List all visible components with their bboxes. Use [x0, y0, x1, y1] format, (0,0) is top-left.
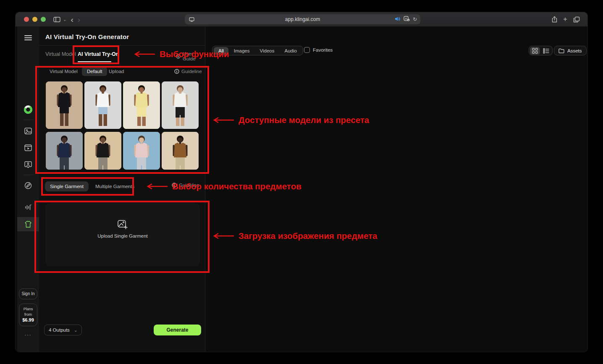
info-icon: [174, 69, 179, 74]
user-guide-link[interactable]: User Guide: [176, 51, 205, 61]
filter-images[interactable]: Images: [229, 47, 254, 55]
active-tab-underline: [78, 61, 111, 62]
info-icon: [176, 54, 181, 59]
grid-view-icon[interactable]: [530, 47, 540, 55]
sidebar-item-audio[interactable]: [17, 200, 39, 215]
outputs-label: 4 Outputs: [49, 327, 70, 333]
model-photo: [162, 81, 199, 129]
close-window-button[interactable]: [24, 17, 29, 22]
generate-button[interactable]: Generate: [154, 325, 201, 335]
assets-label: Assets: [567, 48, 582, 53]
tabs-overview-icon[interactable]: [573, 16, 580, 23]
model-photo: [46, 81, 83, 129]
model-preset-card[interactable]: [123, 81, 160, 129]
model-photo: [123, 132, 160, 170]
model-preset-card[interactable]: [162, 81, 199, 129]
filter-audio[interactable]: Audio: [280, 47, 301, 55]
folder-icon: [558, 48, 564, 53]
plans-line: Plans: [19, 306, 37, 312]
model-photo: [84, 81, 121, 129]
desktop-background: ⌄ ‹ › app.klingai.com Ax ↻: [0, 0, 603, 364]
tab-virtual-model[interactable]: Virtual Model: [45, 51, 76, 57]
svg-text:A: A: [405, 17, 407, 21]
list-view-icon[interactable]: [541, 47, 551, 55]
sidebar-item-digital-human[interactable]: [17, 157, 39, 172]
favorites-filter[interactable]: Favorites: [304, 47, 333, 53]
model-photo: [84, 132, 121, 170]
kling-logo-icon[interactable]: [17, 102, 39, 117]
model-preset-card[interactable]: [84, 132, 121, 170]
user-guide-label: User Guide: [183, 51, 205, 61]
app-sidebar: Sign In Plans from $6.99 ...: [17, 26, 39, 352]
single-garment-button[interactable]: Single Garment: [45, 181, 89, 191]
menu-icon[interactable]: [17, 31, 39, 45]
address-bar[interactable]: app.klingai.com Ax ↻: [185, 14, 420, 24]
share-icon[interactable]: [552, 16, 557, 23]
tab-ai-virtual-try-on[interactable]: AI Virtual Try-On: [78, 51, 119, 57]
upload-garment-label: Upload Single Garment: [97, 233, 148, 238]
guideline-link[interactable]: Guideline: [174, 69, 202, 74]
model-preset-card[interactable]: [46, 81, 83, 129]
model-preset-card[interactable]: [123, 132, 160, 170]
model-photo: [46, 132, 83, 170]
multiple-garments-button[interactable]: Multiple Garments: [94, 181, 136, 191]
model-preset-card[interactable]: [84, 81, 121, 129]
outputs-dropdown[interactable]: 4 Outputs ⌄: [44, 325, 82, 335]
plans-button[interactable]: Plans from $6.99: [19, 304, 37, 326]
safari-window: ⌄ ‹ › app.klingai.com Ax ↻: [15, 12, 588, 352]
more-button[interactable]: ...: [17, 330, 39, 337]
favorites-checkbox[interactable]: [304, 47, 310, 53]
minimize-window-button[interactable]: [32, 17, 37, 22]
plans-line: from: [19, 312, 37, 317]
source-tab-default[interactable]: Default: [82, 67, 107, 76]
audio-mute-icon[interactable]: [395, 16, 401, 23]
forward-icon[interactable]: ›: [78, 16, 80, 24]
guideline-label: Guideline: [179, 183, 199, 188]
svg-text:x: x: [408, 19, 409, 21]
filter-videos[interactable]: Videos: [255, 47, 279, 55]
filter-all[interactable]: All: [214, 47, 228, 55]
url-text: app.klingai.com: [185, 16, 420, 22]
divider: [23, 120, 33, 120]
sidebar-item-edit-canvas[interactable]: [17, 178, 39, 193]
sidebar-item-try-on[interactable]: [17, 217, 39, 231]
model-preset-card[interactable]: [46, 132, 83, 170]
model-photo: [123, 81, 160, 129]
page-title: AI Virtual Try-On Generator: [45, 33, 129, 40]
view-mode-toggle: [529, 46, 553, 55]
sidebar-item-images[interactable]: [17, 124, 39, 138]
gallery-filter-tabs: All Images Videos Audio: [212, 46, 303, 55]
sidebar-toggle-icon[interactable]: [53, 17, 60, 22]
translate-icon[interactable]: Ax: [404, 16, 410, 23]
webpage: Sign In Plans from $6.99 ... AI Virtual …: [16, 26, 587, 352]
source-tab-upload[interactable]: Upload: [109, 69, 124, 74]
try-on-panel: AI Virtual Try-On Generator Virtual Mode…: [39, 26, 205, 352]
plans-price: $6.99: [19, 317, 37, 323]
garment-count-toggle: Single Garment Multiple Garments: [45, 181, 136, 192]
guideline-link[interactable]: Guideline: [172, 183, 199, 188]
upload-garment-dropzone[interactable]: Upload Single Garment: [45, 203, 200, 266]
source-tab-virtual-model[interactable]: Virtual Model: [50, 69, 78, 74]
model-preset-card[interactable]: [162, 132, 199, 170]
divider: [39, 45, 205, 46]
info-icon: [172, 183, 177, 188]
back-icon[interactable]: ‹: [71, 16, 73, 24]
favorites-label: Favorites: [313, 47, 333, 52]
sidebar-item-videos[interactable]: [17, 141, 39, 155]
new-tab-icon[interactable]: +: [563, 15, 567, 24]
sign-in-button[interactable]: Sign In: [19, 288, 37, 299]
chevron-down-icon: ⌄: [74, 328, 77, 333]
traffic-lights: [24, 17, 46, 22]
chevron-down-icon[interactable]: ⌄: [63, 17, 66, 22]
reload-icon[interactable]: ↻: [413, 16, 417, 22]
assets-button[interactable]: Assets: [554, 46, 587, 55]
upload-image-icon: [117, 220, 128, 230]
zoom-window-button[interactable]: [41, 17, 46, 22]
browser-titlebar: ⌄ ‹ › app.klingai.com Ax ↻: [16, 12, 587, 26]
model-photo: [162, 132, 199, 170]
divider: [23, 175, 33, 175]
guideline-label: Guideline: [181, 69, 202, 74]
